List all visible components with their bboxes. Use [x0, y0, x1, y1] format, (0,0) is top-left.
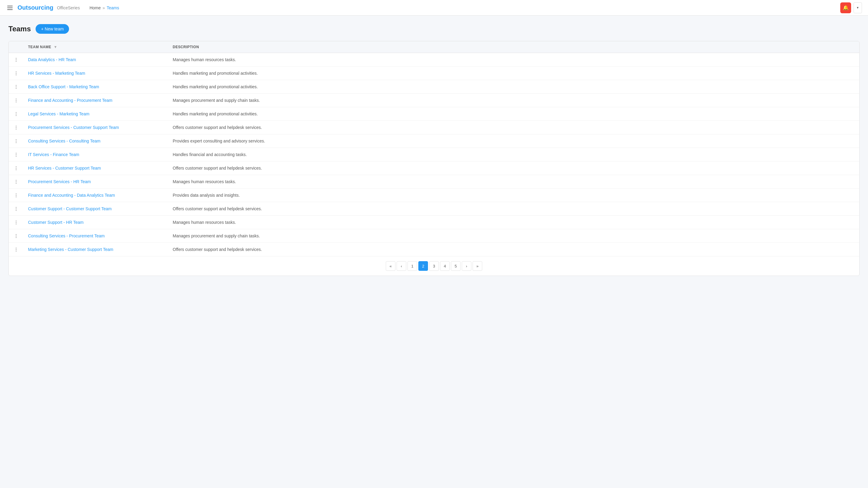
team-name-link[interactable]: HR Services - Customer Support Team: [28, 166, 101, 170]
team-name-link[interactable]: Procurement Services - Customer Support …: [28, 125, 119, 130]
team-name-link[interactable]: Back Office Support - Marketing Team: [28, 84, 99, 89]
team-description-cell: Manages procurement and supply chain tas…: [168, 229, 859, 243]
team-name-link[interactable]: IT Services - Finance Team: [28, 152, 79, 157]
table-row: Procurement Services - Customer Support …: [9, 121, 859, 134]
row-menu-button[interactable]: [13, 180, 19, 184]
row-action-cell: [9, 53, 23, 67]
row-menu-button[interactable]: [13, 71, 19, 75]
teams-table-container: TEAM NAME ▼ DESCRIPTION Data Analytics -…: [8, 41, 860, 276]
row-menu-button[interactable]: [13, 166, 19, 170]
team-name-link[interactable]: Data Analytics - HR Team: [28, 57, 76, 62]
table-row: Finance and Accounting - Procurement Tea…: [9, 94, 859, 107]
page-2-button[interactable]: 2: [418, 261, 428, 271]
team-name-cell: Consulting Services - Procurement Team: [23, 229, 168, 243]
row-menu-button[interactable]: [13, 221, 19, 224]
notifications-button[interactable]: 🔔: [840, 2, 851, 13]
breadcrumb: Home » Teams: [90, 5, 119, 10]
row-menu-button[interactable]: [13, 153, 19, 157]
new-team-button[interactable]: + New team: [36, 24, 69, 34]
first-page-button[interactable]: «: [386, 261, 396, 271]
chevron-down-icon: ▾: [857, 6, 859, 10]
row-action-cell: [9, 243, 23, 256]
team-name-link[interactable]: Consulting Services - Procurement Team: [28, 233, 104, 238]
row-action-cell: [9, 161, 23, 175]
next-page-button[interactable]: ›: [462, 261, 471, 271]
table-row: IT Services - Finance TeamHandles financ…: [9, 148, 859, 161]
team-description-cell: Offers customer support and helpdesk ser…: [168, 243, 859, 256]
table-row: HR Services - Customer Support TeamOffer…: [9, 161, 859, 175]
breadcrumb-home[interactable]: Home: [90, 5, 101, 10]
team-name-cell: IT Services - Finance Team: [23, 148, 168, 161]
brand-name: Outsourcing: [18, 4, 53, 11]
user-dropdown-button[interactable]: ▾: [854, 2, 862, 13]
team-name-cell: Finance and Accounting - Data Analytics …: [23, 189, 168, 202]
row-action-cell: [9, 189, 23, 202]
breadcrumb-current: Teams: [107, 5, 119, 10]
row-menu-button[interactable]: [13, 85, 19, 89]
last-page-button[interactable]: »: [472, 261, 482, 271]
row-menu-button[interactable]: [13, 207, 19, 211]
team-name-link[interactable]: Marketing Services - Customer Support Te…: [28, 247, 113, 252]
team-name-cell: HR Services - Marketing Team: [23, 67, 168, 80]
team-name-cell: Procurement Services - HR Team: [23, 175, 168, 189]
main-content: Teams + New team TEAM NAME ▼ DESCRIPTION…: [0, 16, 868, 282]
page-3-button[interactable]: 3: [429, 261, 439, 271]
team-description-cell: Offers customer support and helpdesk ser…: [168, 161, 859, 175]
team-name-link[interactable]: Consulting Services - Consulting Team: [28, 138, 100, 143]
brand-sub: OfficeSeries: [57, 5, 80, 10]
team-name-cell: Finance and Accounting - Procurement Tea…: [23, 94, 168, 107]
team-name-cell: Customer Support - HR Team: [23, 216, 168, 229]
page-1-button[interactable]: 1: [407, 261, 417, 271]
teams-table: TEAM NAME ▼ DESCRIPTION Data Analytics -…: [9, 41, 859, 256]
team-name-link[interactable]: Procurement Services - HR Team: [28, 179, 91, 184]
row-menu-button[interactable]: [13, 112, 19, 116]
team-name-link[interactable]: Customer Support - Customer Support Team: [28, 206, 112, 211]
row-menu-button[interactable]: [13, 139, 19, 143]
page-4-button[interactable]: 4: [440, 261, 450, 271]
pagination: « ‹ 1 2 3 4 5 › »: [9, 256, 859, 275]
row-menu-button[interactable]: [13, 193, 19, 197]
description-col-header: DESCRIPTION: [168, 41, 859, 53]
row-menu-button[interactable]: [13, 126, 19, 130]
row-menu-button[interactable]: [13, 58, 19, 62]
table-body: Data Analytics - HR TeamManages human re…: [9, 53, 859, 256]
row-action-cell: [9, 175, 23, 189]
team-name-link[interactable]: Legal Services - Marketing Team: [28, 111, 90, 116]
team-description-cell: Provides data analysis and insights.: [168, 189, 859, 202]
team-name-link[interactable]: Finance and Accounting - Procurement Tea…: [28, 98, 113, 103]
hamburger-menu[interactable]: [6, 4, 14, 11]
team-name-link[interactable]: Finance and Accounting - Data Analytics …: [28, 193, 115, 198]
filter-icon[interactable]: ▼: [54, 45, 57, 49]
team-description-cell: Provides expert consulting and advisory …: [168, 134, 859, 148]
header-right: 🔔 ▾: [840, 2, 862, 13]
team-name-cell: Consulting Services - Consulting Team: [23, 134, 168, 148]
team-name-cell: Legal Services - Marketing Team: [23, 107, 168, 121]
header-left: Outsourcing OfficeSeries Home » Teams: [6, 4, 840, 11]
team-name-cell: HR Services - Customer Support Team: [23, 161, 168, 175]
table-row: Customer Support - HR TeamManages human …: [9, 216, 859, 229]
row-menu-button[interactable]: [13, 234, 19, 238]
page-5-button[interactable]: 5: [451, 261, 461, 271]
team-description-cell: Offers customer support and helpdesk ser…: [168, 202, 859, 216]
table-row: Back Office Support - Marketing TeamHand…: [9, 80, 859, 94]
team-description-cell: Manages procurement and supply chain tas…: [168, 94, 859, 107]
team-description-cell: Manages human resources tasks.: [168, 216, 859, 229]
team-description-cell: Handles marketing and promotional activi…: [168, 67, 859, 80]
row-menu-button[interactable]: [13, 98, 19, 102]
row-action-cell: [9, 80, 23, 94]
team-name-link[interactable]: HR Services - Marketing Team: [28, 71, 85, 76]
team-name-cell: Back Office Support - Marketing Team: [23, 80, 168, 94]
table-row: Legal Services - Marketing TeamHandles m…: [9, 107, 859, 121]
row-action-cell: [9, 229, 23, 243]
team-name-link[interactable]: Customer Support - HR Team: [28, 220, 84, 225]
table-row: Consulting Services - Procurement TeamMa…: [9, 229, 859, 243]
table-row: Data Analytics - HR TeamManages human re…: [9, 53, 859, 67]
table-header-row: TEAM NAME ▼ DESCRIPTION: [9, 41, 859, 53]
prev-page-button[interactable]: ‹: [397, 261, 406, 271]
row-action-cell: [9, 134, 23, 148]
table-row: Customer Support - Customer Support Team…: [9, 202, 859, 216]
row-menu-button[interactable]: [13, 248, 19, 252]
page-title: Teams: [8, 25, 31, 33]
team-description-cell: Handles marketing and promotional activi…: [168, 80, 859, 94]
team-name-col-header: TEAM NAME ▼: [23, 41, 168, 53]
